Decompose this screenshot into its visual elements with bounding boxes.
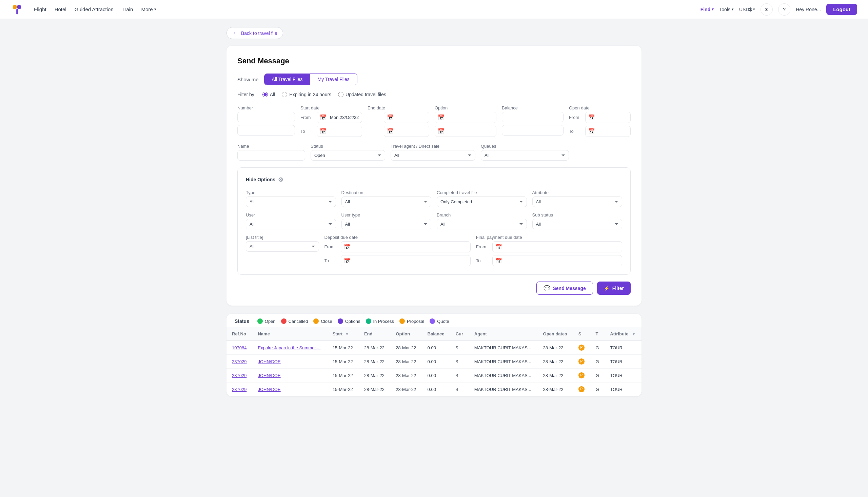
my-travel-files-tab[interactable]: My Travel Files xyxy=(310,74,357,85)
refno-link[interactable]: 107084 xyxy=(232,345,247,350)
col-attribute[interactable]: Attribute ▼ xyxy=(605,327,642,341)
name-link[interactable]: JOHN/DOE xyxy=(258,359,280,364)
end-date-to-calendar-icon[interactable]: 📅 xyxy=(384,126,396,137)
final-to-input[interactable] xyxy=(505,256,622,266)
open-date-from-calendar-icon[interactable]: 📅 xyxy=(585,112,598,123)
queues-select[interactable]: All xyxy=(481,150,569,160)
nav-train[interactable]: Train xyxy=(122,6,133,12)
cell-end: 28-Mar-22 xyxy=(359,369,390,383)
mail-icon-button[interactable]: ✉ xyxy=(760,3,773,16)
completed-travel-select[interactable]: Only Completed xyxy=(437,197,527,207)
option-from-calendar-icon[interactable]: 📅 xyxy=(435,112,447,123)
deposit-to-input[interactable] xyxy=(353,256,470,266)
refno-link[interactable]: 237029 xyxy=(232,373,247,378)
help-icon-button[interactable]: ? xyxy=(778,3,790,16)
cell-name[interactable]: JOHN/DOE xyxy=(252,355,327,369)
sub-status-field-group: Sub status All xyxy=(532,212,622,229)
name-link[interactable]: JOHN/DOE xyxy=(258,387,280,392)
cell-refno[interactable]: 107084 xyxy=(226,341,252,355)
filter-updated-option[interactable]: Updated travel files xyxy=(338,92,386,97)
col-agent: Agent xyxy=(469,327,538,341)
sub-status-select[interactable]: All xyxy=(532,219,622,229)
balance-to-input[interactable] xyxy=(502,125,564,136)
filter-updated-radio[interactable] xyxy=(338,92,343,97)
open-date-from-input[interactable] xyxy=(598,113,630,122)
open-date-to-calendar-icon[interactable]: 📅 xyxy=(585,126,598,137)
main-content: ← Back to travel file Send Message Show … xyxy=(210,19,658,404)
cell-attr: TOUR xyxy=(605,355,642,369)
type-select[interactable]: All xyxy=(246,197,336,207)
name-link[interactable]: JOHN/DOE xyxy=(258,373,280,378)
cell-refno[interactable]: 237029 xyxy=(226,383,252,396)
status-select[interactable]: Open xyxy=(311,150,385,160)
option-to-calendar-icon[interactable]: 📅 xyxy=(435,126,447,137)
end-date-to-input[interactable] xyxy=(396,126,429,136)
deposit-to-calendar-icon[interactable]: 📅 xyxy=(341,255,353,266)
status-legend: Status Open Cancelled Close Options In P… xyxy=(226,314,642,327)
start-date-to-input[interactable] xyxy=(329,126,362,136)
start-date-from-input[interactable] xyxy=(329,113,362,122)
final-to-calendar-icon[interactable]: 📅 xyxy=(493,255,505,266)
col-start[interactable]: Start ▼ xyxy=(327,327,359,341)
s-badge: P xyxy=(578,372,584,379)
deposit-from-calendar-icon[interactable]: 📅 xyxy=(341,242,353,252)
cell-name[interactable]: Expolre Japan in the Summer.... xyxy=(252,341,327,355)
nav-guided-attraction[interactable]: Guided Attraction xyxy=(74,6,114,12)
number-input-from[interactable] xyxy=(237,112,295,122)
cell-s: P xyxy=(573,341,590,355)
nav-flight[interactable]: Flight xyxy=(34,6,46,12)
currency-button[interactable]: USD$ ▾ xyxy=(739,7,755,12)
end-date-field-group: End date From 📅 To 📅 xyxy=(368,105,429,137)
destination-label: Destination xyxy=(342,190,432,195)
number-input-to[interactable] xyxy=(237,125,295,136)
send-message-button[interactable]: 💬 Send Message xyxy=(536,282,593,295)
refno-link[interactable]: 237029 xyxy=(232,387,247,392)
cell-refno[interactable]: 237029 xyxy=(226,369,252,383)
end-date-from-calendar-icon[interactable]: 📅 xyxy=(384,112,396,123)
filter-expiring-option[interactable]: Expiring in 24 hours xyxy=(282,92,331,97)
name-link[interactable]: Expolre Japan in the Summer.... xyxy=(258,345,320,350)
logout-button[interactable]: Logout xyxy=(826,4,857,15)
open-date-to-wrap: 📅 xyxy=(585,126,631,137)
option-field-group: Option 📅 📅 xyxy=(435,105,496,137)
list-title-label: [List title] xyxy=(246,235,319,240)
filter-expiring-radio[interactable] xyxy=(282,92,287,97)
logo[interactable] xyxy=(11,3,23,16)
all-travel-files-tab[interactable]: All Travel Files xyxy=(264,74,310,85)
nav-hotel[interactable]: Hotel xyxy=(55,6,67,12)
start-date-to-calendar-icon[interactable]: 📅 xyxy=(317,126,329,137)
nav-right: Find ▾ Tools ▾ USD$ ▾ ✉ ? Hey Rone... Lo… xyxy=(701,3,857,16)
final-from-input[interactable] xyxy=(505,242,622,252)
attribute-select[interactable]: All xyxy=(532,197,622,207)
deposit-from-input[interactable] xyxy=(353,242,470,252)
destination-select[interactable]: All xyxy=(342,197,432,207)
list-title-select[interactable]: All xyxy=(246,241,319,252)
cell-agent: MAKTOUR CURIT MAKAS... xyxy=(469,369,538,383)
cell-name[interactable]: JOHN/DOE xyxy=(252,369,327,383)
show-me-row: Show me All Travel Files My Travel Files xyxy=(237,73,631,85)
filter-all-radio[interactable] xyxy=(262,92,268,97)
final-from-calendar-icon[interactable]: 📅 xyxy=(493,242,505,252)
nav-more[interactable]: More ▾ xyxy=(141,6,156,12)
back-to-travel-file-button[interactable]: ← Back to travel file xyxy=(226,27,283,39)
name-input[interactable] xyxy=(237,150,305,160)
option-to-input[interactable] xyxy=(447,126,496,136)
travel-agent-select[interactable]: All xyxy=(390,150,476,160)
find-button[interactable]: Find ▾ xyxy=(701,7,714,12)
option-from-input[interactable] xyxy=(447,113,496,122)
balance-from-input[interactable] xyxy=(502,112,564,122)
cell-name[interactable]: JOHN/DOE xyxy=(252,383,327,396)
end-date-from-input[interactable] xyxy=(396,113,429,122)
user-select[interactable]: All xyxy=(246,219,336,229)
refno-link[interactable]: 237029 xyxy=(232,359,247,364)
cell-refno[interactable]: 237029 xyxy=(226,355,252,369)
start-date-from-calendar-icon[interactable]: 📅 xyxy=(317,112,329,123)
user-type-select[interactable]: All xyxy=(342,219,432,229)
number-inputs xyxy=(237,112,295,136)
tools-button[interactable]: Tools ▾ xyxy=(719,7,734,12)
filter-all-option[interactable]: All xyxy=(262,92,275,97)
open-date-to-input[interactable] xyxy=(598,126,630,136)
hide-options-close-icon[interactable]: ⊗ xyxy=(278,176,283,183)
branch-select[interactable]: All xyxy=(437,219,527,229)
filter-button[interactable]: ⚡ Filter xyxy=(597,282,631,295)
